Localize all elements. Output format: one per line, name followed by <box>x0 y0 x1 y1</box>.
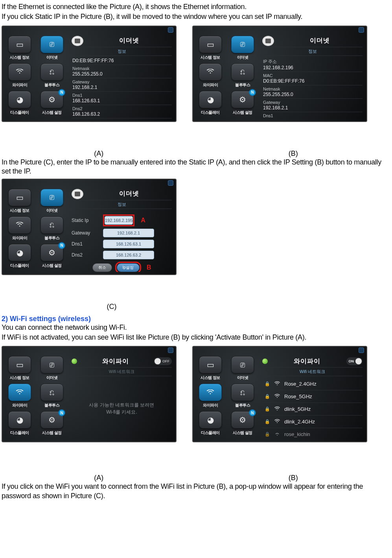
nav-sysinfo[interactable]: ▭ <box>8 356 31 373</box>
mac-label: MAC <box>263 73 362 78</box>
monitor-icon: ▭ <box>16 360 24 370</box>
nav-wifi[interactable] <box>199 63 222 81</box>
svg-point-3 <box>19 393 20 394</box>
cancel-button[interactable]: 취소 <box>92 263 112 272</box>
notification-badge: N <box>58 242 65 249</box>
section2-line1: You can connect the network using Wi-Fi. <box>2 323 390 332</box>
annotation-b: B <box>147 264 151 271</box>
nav-syssetting[interactable]: ⚙N <box>40 244 63 261</box>
corner-led-icon <box>168 347 173 353</box>
nav-grid: ▭시스템 정보 ⎚이더넷 와이파이 ⎌블루투스 ◕디스플레이 ⚙N시스템 설정 <box>2 354 69 442</box>
wifi-status-icon <box>72 358 77 364</box>
nav-syssetting[interactable]: ⚙N <box>231 91 254 108</box>
nav-bluetooth[interactable]: ⎌ <box>40 63 63 81</box>
wifi-icon <box>15 220 24 229</box>
nav-syssetting[interactable]: ⚙N <box>40 411 63 429</box>
dns2-label: Dns2 <box>72 106 171 111</box>
nav-ethernet-label: 이더넷 <box>46 55 58 60</box>
bluetooth-icon: ⎌ <box>240 67 245 76</box>
dns2-label: Dns2 <box>72 252 99 258</box>
nav-grid: ▭시스템 정보 ⎚이더넷 와이파이 ⎌블루투스 ◕디스플레이 ⚙N시스템 설정 <box>2 33 69 121</box>
nav-display-label: 디스플레이 <box>10 110 29 115</box>
svg-point-7 <box>277 410 278 410</box>
nav-display[interactable]: ◕ <box>199 411 222 429</box>
nav-grid: ▭시스템 정보 ⎚이더넷 와이파이 ⎌블루투스 ◕디스플레이 ⚙N시스템 설정 <box>193 354 260 442</box>
dns2-input[interactable]: 168.126.63.2 <box>103 251 154 259</box>
wifi-signal-icon <box>274 381 280 387</box>
nav-grid: ▭시스템 정보 ⎚이더넷 와이파이 ⎌블루투스 ◕디스플레이 ⚙N시스템 설정 <box>193 33 260 121</box>
nav-bluetooth[interactable]: ⎌ <box>231 384 254 401</box>
wifi-toggle[interactable]: ON <box>346 357 363 365</box>
wifi-name: rose_kichin <box>284 431 310 437</box>
nav-display[interactable]: ◕ <box>8 244 31 261</box>
nav-ethernet[interactable]: ⎚ <box>40 189 63 206</box>
nav-ethernet[interactable]: ⎚ <box>40 356 63 373</box>
wifi-list-item[interactable]: 🔒rose_kichin <box>262 428 363 439</box>
nav-wifi[interactable] <box>8 63 31 81</box>
static-ip-input[interactable]: 192.168.2.195 <box>105 216 133 225</box>
notification-badge: N <box>58 409 65 416</box>
device-wifi-a: ▭시스템 정보 ⎚이더넷 와이파이 ⎌블루투스 ◕디스플레이 ⚙N시스템 설정 … <box>2 346 177 442</box>
nav-display[interactable]: ◕ <box>8 411 31 429</box>
caption-wifi-a: (A) <box>2 474 196 482</box>
device-ethernet-c: ▭시스템 정보 ⎚이더넷 와이파이 ⎌블루투스 ◕디스플레이 ⚙N시스템 설정 … <box>2 179 177 275</box>
netmask-label: Netmask <box>72 66 171 71</box>
lock-icon: 🔒 <box>265 381 270 386</box>
dns1-label: Dns1 <box>263 113 362 118</box>
nav-sysinfo[interactable]: ▭ <box>8 36 31 53</box>
pane-subhead: Wifi 네트워크 <box>72 367 172 376</box>
clock-icon: ◕ <box>17 95 23 104</box>
wifi-signal-icon <box>274 406 280 412</box>
wifi-list-item[interactable]: 🔒dlink_2.4GHz <box>262 416 363 428</box>
nav-ethernet[interactable]: ⎚ <box>231 36 254 53</box>
nav-bluetooth[interactable]: ⎌ <box>40 216 63 234</box>
monitor-icon: ▭ <box>16 193 24 202</box>
section2-line2: If WiFi is not activated, you can see Wi… <box>2 333 390 342</box>
mid-text: In the Picture (C), enter the IP to be m… <box>2 158 390 176</box>
nav-display[interactable]: ◕ <box>199 91 222 108</box>
nav-sysinfo[interactable]: ▭ <box>199 356 222 373</box>
notification-badge: N <box>249 89 256 96</box>
pane-subhead: 정보 <box>72 200 172 209</box>
nav-ethernet[interactable]: ⎚ <box>231 356 254 373</box>
nav-bluetooth[interactable]: ⎌ <box>231 63 254 81</box>
nav-wifi-label: 와이파이 <box>12 82 27 88</box>
nav-bluetooth-label: 블루투스 <box>44 82 59 88</box>
section-2-title: 2) Wi-Fi settings (wireless) <box>2 315 390 323</box>
nav-wifi[interactable] <box>199 384 222 401</box>
nav-syssetting[interactable]: ⚙N <box>231 411 254 429</box>
nav-bluetooth[interactable]: ⎌ <box>40 384 63 401</box>
gateway-value: 192.168.2.1 <box>72 85 171 90</box>
wifi-list-item[interactable]: 🔒Rose_2.4GHz <box>262 378 363 390</box>
nav-sysinfo[interactable]: ▭ <box>8 189 31 206</box>
wifi-list-item[interactable]: 🔒dlink_5GHz <box>262 403 363 416</box>
wifi-list-item[interactable]: 🔒Rose_5GHz <box>262 390 363 403</box>
wifi-toggle[interactable]: OFF <box>154 357 172 365</box>
device-wifi-b: ▭시스템 정보 ⎚이더넷 와이파이 ⎌블루투스 ◕디스플레이 ⚙N시스템 설정 … <box>192 346 367 442</box>
device-ethernet-b: ▭시스템 정보 ⎚이더넷 와이파이 ⎌블루투스 ◕디스플레이 ⚙N시스템 설정 … <box>192 26 367 122</box>
wifi-off-msg-2: Wi-fi를 키세요. <box>106 408 137 416</box>
lock-icon: 🔒 <box>265 394 270 399</box>
mac-value: D0:EB:9E:FF:FF:76 <box>263 78 362 84</box>
gateway-input[interactable]: 192.168.2.1 <box>103 229 154 237</box>
corner-led-icon <box>359 347 364 353</box>
section-heading: Wi-Fi settings (wireless) <box>10 315 91 323</box>
nav-sysinfo[interactable]: ▭ <box>199 36 222 53</box>
nav-ethernet[interactable]: ⎚ <box>40 36 63 53</box>
wifi-signal-icon <box>274 419 280 425</box>
nav-display[interactable]: ◕ <box>8 91 31 108</box>
wifi-status-icon <box>262 358 268 364</box>
ip-setting-button[interactable]: Ip설정 <box>117 263 140 272</box>
wifi-signal-icon <box>274 432 280 437</box>
wifi-name: Rose_5GHz <box>284 394 312 399</box>
annotation-a: A <box>141 217 145 224</box>
caption-wifi-b: (B) <box>196 474 391 482</box>
nav-grid: ▭시스템 정보 ⎚이더넷 와이파이 ⎌블루투스 ◕디스플레이 ⚙N시스템 설정 <box>2 187 69 274</box>
intro-line-2: If you click Static IP in the Picture (B… <box>2 12 390 21</box>
nav-wifi[interactable] <box>8 216 31 234</box>
caption-c: (C) <box>2 303 222 311</box>
dns1-input[interactable]: 168.126.63.1 <box>103 240 154 248</box>
nav-wifi[interactable] <box>8 384 31 401</box>
nav-syssetting[interactable]: ⚙N <box>40 91 63 108</box>
pane-title: 이더넷 <box>277 37 363 45</box>
